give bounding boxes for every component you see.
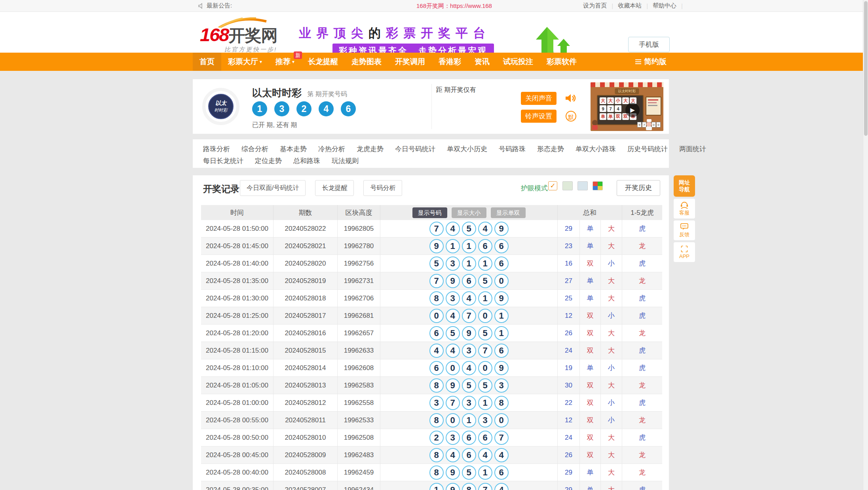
help-center-link[interactable]: 帮助中心	[648, 2, 681, 9]
nav-item-label: 首页	[199, 57, 215, 66]
nav-item-0[interactable]: 首页	[193, 53, 221, 71]
theme-swatch-blue[interactable]	[577, 181, 588, 190]
quick-link[interactable]: 路珠分析	[203, 144, 230, 154]
cell-big-small: 大	[601, 446, 622, 463]
show-numbers-button[interactable]: 显示号码	[412, 207, 447, 218]
logo-link[interactable]: 168开奖网 比官方更快一步!	[200, 24, 291, 53]
quick-link[interactable]: 两面统计	[679, 144, 706, 154]
cell-sum: 16	[558, 255, 580, 272]
nav-item-6[interactable]: 香港彩	[432, 53, 468, 71]
cell-big-small: 大	[601, 342, 622, 359]
nav-item-3[interactable]: 长龙提醒	[301, 53, 345, 71]
mute-icon[interactable]: 默	[566, 111, 576, 122]
cell-dragon-tiger: 虎	[622, 394, 662, 411]
promo-tile: 4	[615, 105, 621, 112]
table-row: 2024-05-28 00:50:00202405280101996250823…	[201, 429, 662, 446]
set-homepage-link[interactable]: 设为首页	[578, 2, 612, 9]
quick-link[interactable]: 龙虎走势	[357, 144, 384, 154]
number-ball: 5	[446, 326, 460, 340]
mobile-version-button[interactable]: 手机版	[628, 37, 670, 52]
app-download-widget[interactable]: APP	[674, 242, 695, 262]
quick-link[interactable]: 冷热分析	[318, 144, 345, 154]
cell-numbers: 23667	[380, 429, 558, 446]
cell-sum: 26	[558, 446, 580, 463]
close-sound-button[interactable]: 关闭声音	[521, 92, 557, 105]
nav-item-2[interactable]: 推荐▾新	[269, 53, 301, 71]
number-ball: 9	[494, 222, 509, 236]
cell-numbers: 37318	[380, 394, 558, 411]
customer-service-widget[interactable]: 客服	[674, 199, 695, 218]
nav-item-4[interactable]: 走势图表	[345, 53, 388, 71]
cell-time: 2024-05-28 01:15:00	[201, 342, 274, 359]
nav-item-8[interactable]: 试玩投注	[496, 53, 540, 71]
nav-item-9[interactable]: 彩票软件	[540, 53, 583, 71]
table-row: 2024-05-28 00:40:00202405280081996245989…	[201, 464, 662, 481]
today-stats-button[interactable]: 今日双面/号码统计	[240, 180, 306, 196]
cell-odd-even: 单	[580, 359, 601, 376]
cell-odd-even: 单	[580, 220, 601, 237]
quick-link[interactable]: 形态走势	[537, 144, 564, 154]
cell-block-height: 19962805	[338, 220, 380, 237]
cell-big-small: 大	[601, 429, 622, 446]
promo-tile: 单	[607, 113, 614, 120]
number-analysis-button[interactable]: 号码分析	[363, 180, 402, 196]
scrollbar-thumb[interactable]	[864, 1, 868, 136]
quick-link[interactable]: 综合分析	[241, 144, 268, 154]
ring-settings-button[interactable]: 铃声设置	[521, 110, 557, 123]
number-ball: 4	[462, 361, 476, 375]
quick-link[interactable]: 总和路珠	[293, 156, 320, 165]
awning-decor	[591, 82, 663, 87]
eye-mode-checkbox[interactable]: ✓	[548, 181, 557, 190]
number-ball: 9	[462, 326, 476, 340]
cell-odd-even: 双	[580, 429, 601, 446]
promo-sign	[646, 97, 661, 116]
table-row: 2024-05-28 01:25:00202405280171996268104…	[201, 307, 662, 325]
simple-version-button[interactable]: 简约版	[635, 53, 667, 71]
theme-swatch-green[interactable]	[562, 181, 573, 190]
quick-link[interactable]: 今日号码统计	[395, 144, 435, 154]
feedback-widget[interactable]: 反馈	[674, 220, 695, 240]
quick-link[interactable]: 每日长龙统计	[203, 156, 243, 165]
nav-item-5[interactable]: 开奖调用	[388, 53, 432, 71]
cell-time: 2024-05-28 01:10:00	[201, 359, 274, 376]
table-row: 2024-05-28 01:10:00202405280141996260860…	[201, 359, 662, 377]
quick-link[interactable]: 单双大小路珠	[576, 144, 616, 154]
history-button[interactable]: 开奖历史	[617, 180, 660, 196]
cell-big-small: 大	[601, 325, 622, 342]
show-odd-even-button[interactable]: 显示单双	[491, 207, 526, 218]
nav-item-1[interactable]: 彩票大厅▾	[221, 53, 269, 71]
site-nav-widget[interactable]: 网址 导航	[674, 175, 695, 197]
cell-time: 2024-05-28 01:00:00	[201, 394, 274, 411]
number-ball: 4	[429, 344, 444, 358]
quick-link[interactable]: 定位走势	[255, 156, 282, 165]
play-button[interactable]: ▶	[625, 103, 640, 117]
quick-link[interactable]: 单双大小历史	[447, 144, 487, 154]
quick-link[interactable]: 历史号码统计	[627, 144, 668, 154]
scrollbar-track[interactable]	[863, 0, 868, 490]
speaker-icon[interactable]	[565, 93, 577, 103]
site-url-link[interactable]: 168开奖网：https://www.168	[416, 0, 492, 11]
promo-tile: 大	[607, 97, 614, 104]
cell-odd-even: 双	[580, 446, 601, 463]
cell-block-height: 19962434	[338, 481, 380, 490]
quick-link[interactable]: 基本走势	[280, 144, 307, 154]
nav-item-7[interactable]: 资讯	[468, 53, 496, 71]
col-sum: 总和	[558, 205, 622, 220]
top-bar: 最新公告: 168开奖网：https://www.168 设为首页| 收藏本站|…	[0, 0, 868, 12]
bookmark-link[interactable]: 收藏本站	[613, 2, 646, 9]
promo-tile: 大	[622, 97, 629, 104]
number-ball: 5	[462, 222, 476, 236]
show-big-small-button[interactable]: 显示大小	[452, 207, 486, 218]
quick-link[interactable]: 号码路珠	[499, 144, 526, 154]
streak-reminder-button[interactable]: 长龙提醒	[315, 180, 354, 196]
cell-dragon-tiger: 虎	[622, 290, 662, 307]
promo-tile: 7	[607, 105, 614, 112]
records-title: 开奖记录	[203, 183, 239, 195]
cell-dragon-tiger: 龙	[622, 272, 662, 289]
nav-item-label: 彩票大厅	[228, 57, 258, 66]
page: 最新公告: 168开奖网：https://www.168 设为首页| 收藏本站|…	[0, 0, 868, 490]
quick-link[interactable]: 玩法规则	[332, 156, 359, 165]
number-ball: 4	[494, 448, 509, 462]
nav-item-label: 资讯	[475, 57, 490, 66]
theme-swatch-color[interactable]	[593, 181, 603, 190]
